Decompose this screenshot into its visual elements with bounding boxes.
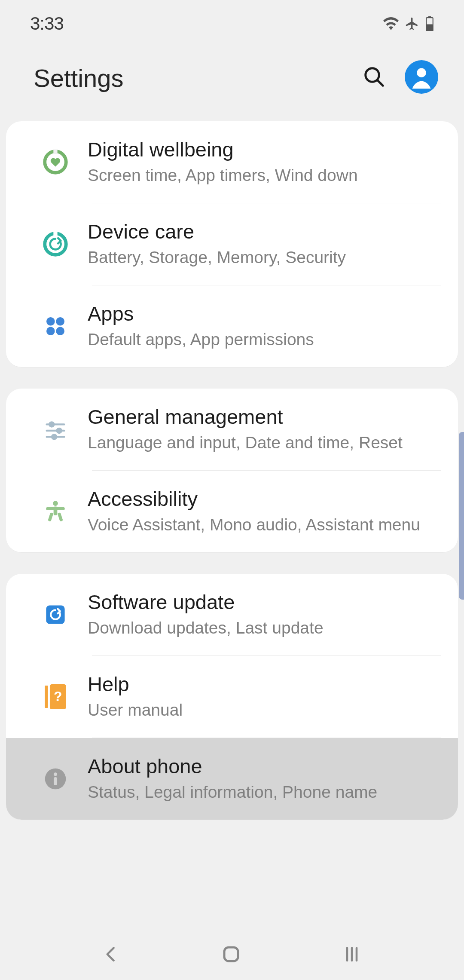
svg-rect-33 bbox=[224, 947, 238, 961]
svg-point-31 bbox=[54, 772, 57, 776]
svg-point-11 bbox=[46, 317, 55, 326]
profile-button[interactable] bbox=[405, 60, 438, 95]
svg-line-4 bbox=[377, 80, 383, 86]
airplane-icon bbox=[405, 16, 419, 31]
row-apps[interactable]: Apps Default apps, App permissions bbox=[6, 285, 458, 367]
svg-rect-32 bbox=[54, 777, 57, 785]
svg-rect-23 bbox=[46, 507, 65, 510]
status-bar: 3:33 bbox=[0, 0, 464, 47]
svg-point-14 bbox=[56, 327, 64, 335]
home-button[interactable] bbox=[221, 944, 241, 965]
recents-button[interactable] bbox=[342, 945, 362, 964]
sliders-icon bbox=[23, 417, 88, 442]
row-about-phone[interactable]: About phone Status, Legal information, P… bbox=[6, 738, 458, 820]
settings-group-3: Software update Download updates, Last u… bbox=[6, 574, 458, 820]
back-button[interactable] bbox=[102, 945, 121, 964]
svg-point-18 bbox=[57, 429, 61, 433]
svg-rect-26 bbox=[46, 605, 64, 624]
svg-point-20 bbox=[52, 435, 56, 439]
svg-point-12 bbox=[56, 317, 64, 326]
settings-group-1: Digital wellbeing Screen time, App timer… bbox=[6, 121, 458, 367]
recents-icon bbox=[342, 945, 362, 964]
header-actions bbox=[363, 60, 438, 95]
svg-point-6 bbox=[417, 68, 426, 77]
row-title: Digital wellbeing bbox=[88, 137, 432, 162]
svg-rect-24 bbox=[48, 512, 53, 522]
row-help[interactable]: ? Help User manual bbox=[6, 656, 458, 738]
svg-rect-25 bbox=[58, 512, 63, 522]
row-title: Accessibility bbox=[88, 487, 432, 512]
settings-group-2: General management Language and input, D… bbox=[6, 389, 458, 552]
svg-rect-10 bbox=[53, 232, 57, 236]
row-subtitle: Battery, Storage, Memory, Security bbox=[88, 246, 432, 269]
svg-point-9 bbox=[45, 233, 66, 255]
row-subtitle: Screen time, App timers, Wind down bbox=[88, 164, 432, 187]
svg-rect-8 bbox=[53, 150, 57, 154]
svg-point-13 bbox=[46, 327, 55, 335]
row-title: Device care bbox=[88, 219, 432, 245]
accessibility-icon bbox=[23, 499, 88, 524]
row-device-care[interactable]: Device care Battery, Storage, Memory, Se… bbox=[6, 203, 458, 285]
help-icon: ? bbox=[23, 684, 88, 709]
info-icon bbox=[23, 767, 88, 790]
page-title: Settings bbox=[34, 64, 124, 92]
row-subtitle: Download updates, Last update bbox=[88, 617, 432, 640]
row-accessibility[interactable]: Accessibility Voice Assistant, Mono audi… bbox=[6, 471, 458, 552]
status-time: 3:33 bbox=[30, 13, 64, 34]
row-subtitle: Default apps, App permissions bbox=[88, 328, 432, 351]
battery-icon bbox=[425, 16, 434, 31]
row-title: General management bbox=[88, 404, 432, 430]
row-title: Software update bbox=[88, 590, 432, 615]
wellbeing-icon bbox=[23, 149, 88, 175]
row-subtitle: Language and input, Date and time, Reset bbox=[88, 432, 432, 454]
row-subtitle: Status, Legal information, Phone name bbox=[88, 781, 432, 804]
row-title: Help bbox=[88, 672, 432, 697]
device-care-icon bbox=[23, 231, 88, 257]
wifi-icon bbox=[383, 17, 399, 30]
svg-rect-2 bbox=[426, 24, 433, 31]
search-icon bbox=[363, 65, 386, 89]
home-icon bbox=[221, 944, 241, 965]
update-icon bbox=[23, 603, 88, 626]
row-software-update[interactable]: Software update Download updates, Last u… bbox=[6, 574, 458, 655]
chevron-left-icon bbox=[102, 945, 121, 964]
search-button[interactable] bbox=[363, 65, 386, 90]
row-title: Apps bbox=[88, 301, 432, 327]
svg-text:?: ? bbox=[54, 689, 62, 704]
navigation-bar bbox=[0, 928, 464, 980]
scroll-indicator[interactable] bbox=[459, 432, 464, 600]
row-digital-wellbeing[interactable]: Digital wellbeing Screen time, App timer… bbox=[6, 121, 458, 203]
svg-rect-27 bbox=[45, 686, 48, 708]
svg-point-21 bbox=[53, 501, 58, 506]
row-general-management[interactable]: General management Language and input, D… bbox=[6, 389, 458, 470]
header: Settings bbox=[0, 47, 464, 121]
row-subtitle: User manual bbox=[88, 699, 432, 722]
row-title: About phone bbox=[88, 754, 432, 779]
avatar-icon bbox=[405, 60, 438, 94]
svg-point-16 bbox=[49, 422, 54, 426]
apps-icon bbox=[23, 314, 88, 338]
status-icons bbox=[383, 16, 434, 31]
row-subtitle: Voice Assistant, Mono audio, Assistant m… bbox=[88, 514, 432, 536]
